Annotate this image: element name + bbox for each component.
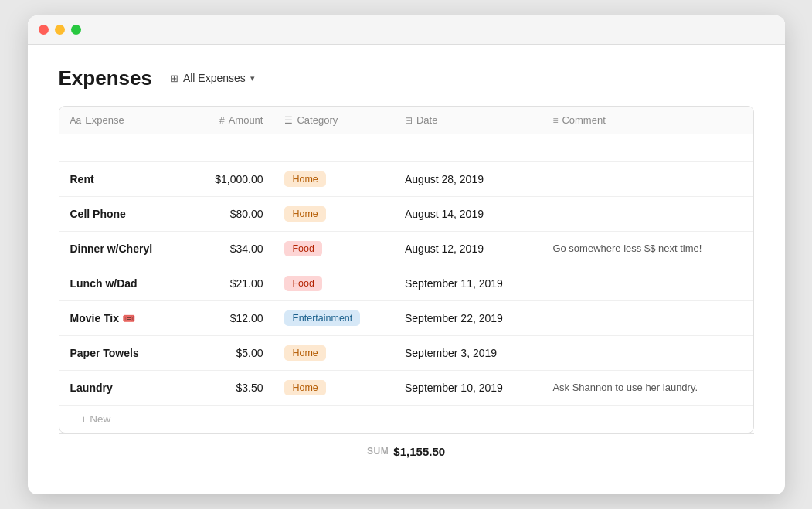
cell-date: August 14, 2019 [394,196,542,231]
sum-label: SUM [367,446,389,456]
cell-comment [542,196,753,231]
expenses-table-wrap: AaExpense #Amount ☰Category ⊟Date ≡Comme [59,106,754,433]
cell-amount: $5.00 [188,335,274,370]
cell-date: August 28, 2019 [394,161,542,196]
cell-date: September 11, 2019 [394,266,542,300]
sum-row: SUM $1,155.50 [59,433,754,461]
comment-icon: ≡ [552,115,558,126]
col-amount: #Amount [188,107,274,134]
cell-comment [542,300,753,335]
table-body: Rent$1,000.00HomeAugust 28, 2019Cell Pho… [59,134,753,405]
expenses-table: AaExpense #Amount ☰Category ⊟Date ≡Comme [59,107,753,405]
cell-expense: Cell Phone [59,196,188,231]
cell-expense: Dinner w/Cheryl [59,231,188,266]
hash-icon: # [219,115,225,126]
table-row[interactable]: Cell Phone$80.00HomeAugust 14, 2019 [59,196,753,231]
col-date: ⊟Date [394,107,542,134]
cell-expense: Lunch w/Dad [59,266,188,300]
list-icon: ☰ [284,115,293,126]
close-button[interactable] [39,25,49,35]
cell-comment [542,266,753,300]
cell-date: September 10, 2019 [394,370,542,405]
page-header: Expenses ⊞ All Expenses ▾ [59,66,754,90]
category-badge: Food [284,276,322,291]
view-label: All Expenses [183,72,246,84]
main-content: Expenses ⊞ All Expenses ▾ AaExpense #Amo… [28,45,785,477]
cell-category: Food [273,266,394,300]
titlebar [28,15,785,45]
category-badge: Home [284,380,325,395]
page-title: Expenses [59,66,152,90]
cell-expense: Laundry [59,370,188,405]
category-badge: Home [284,345,325,361]
table-row[interactable]: Movie Tix 🎟️$12.00EntertainmentSeptember… [59,300,753,335]
table-row[interactable]: Rent$1,000.00HomeAugust 28, 2019 [59,161,753,196]
cell-category: Home [273,161,394,196]
table-row[interactable]: Paper Towels$5.00HomeSeptember 3, 2019 [59,335,753,370]
cell-comment: Ask Shannon to use her laundry. [542,370,753,405]
maximize-button[interactable] [71,25,81,35]
cell-comment [542,161,753,196]
category-badge: Food [284,241,322,256]
cell-date: September 3, 2019 [394,335,542,370]
category-badge: Home [284,206,325,222]
new-row-label[interactable]: + New [70,406,742,433]
cell-category: Home [273,196,394,231]
category-badge: Home [284,171,325,187]
cell-category: Entertainment [273,300,394,335]
app-window: Expenses ⊞ All Expenses ▾ AaExpense #Amo… [28,15,785,494]
cell-amount: $34.00 [188,231,274,266]
table-header: AaExpense #Amount ☰Category ⊟Date ≡Comme [59,107,753,134]
cell-amount: $12.00 [188,300,274,335]
cell-date: September 22, 2019 [394,300,542,335]
table-icon: ⊞ [170,73,178,84]
empty-row [59,134,753,161]
cell-amount: $80.00 [188,196,274,231]
cell-expense: Movie Tix 🎟️ [59,300,188,335]
col-comment: ≡Comment [542,107,753,134]
view-selector[interactable]: ⊞ All Expenses ▾ [163,68,262,88]
category-badge: Entertainment [284,310,360,326]
cell-date: August 12, 2019 [394,231,542,266]
sum-value: $1,155.50 [393,445,445,458]
col-category: ☰Category [273,107,394,134]
cell-amount: $1,000.00 [188,161,274,196]
new-row[interactable]: + New [70,406,742,433]
calendar-icon: ⊟ [405,115,413,126]
minimize-button[interactable] [55,25,65,35]
cell-comment [542,335,753,370]
cell-expense: Rent [59,161,188,196]
cell-comment: Go somewhere less $$ next time! [542,231,753,266]
cell-category: Home [273,335,394,370]
col-expense: AaExpense [59,107,188,134]
table-row[interactable]: Dinner w/Cheryl$34.00FoodAugust 12, 2019… [59,231,753,266]
chevron-down-icon: ▾ [250,73,255,83]
cell-expense: Paper Towels [59,335,188,370]
table-row[interactable]: Lunch w/Dad$21.00FoodSeptember 11, 2019 [59,266,753,300]
table-row[interactable]: Laundry$3.50HomeSeptember 10, 2019Ask Sh… [59,370,753,405]
cell-amount: $21.00 [188,266,274,300]
cell-category: Food [273,231,394,266]
cell-amount: $3.50 [188,370,274,405]
text-icon: Aa [70,115,82,126]
cell-category: Home [273,370,394,405]
